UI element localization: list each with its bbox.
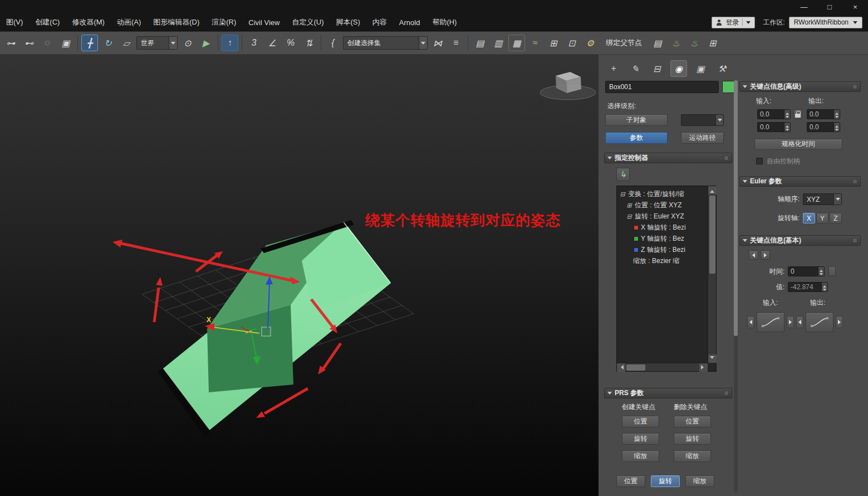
command-panel-scrollbar[interactable] [734, 80, 738, 493]
collapse-icon[interactable]: ⊟ [619, 191, 626, 198]
time-spinner[interactable]: 0 [788, 266, 825, 276]
curve-editor-icon[interactable]: ≈ [527, 35, 543, 51]
tab-create[interactable]: + [605, 60, 622, 77]
normalize-time-button[interactable]: 规格化时间 [754, 139, 842, 150]
dope-sheet-icon[interactable]: ⊞ [545, 35, 562, 51]
ribbon-toggle-icon[interactable]: ▦ [508, 35, 525, 51]
tab-utilities[interactable]: ⚒ [714, 60, 730, 77]
rotation-axis-x-button[interactable]: X [803, 213, 815, 223]
minimize-button[interactable]: — [791, 0, 817, 13]
next-key-button[interactable] [761, 250, 770, 260]
rotation-axis-y-button[interactable]: Y [816, 213, 828, 223]
tree-item-z-rotation[interactable]: Z 轴旋转 : Bezi [617, 244, 707, 255]
angle-snap-icon[interactable]: ∠ [264, 35, 281, 51]
axis-order-select[interactable]: XYZ [803, 193, 842, 205]
scroll-left-icon[interactable] [617, 363, 625, 372]
render-teapot-icon[interactable]: ♨ [686, 35, 703, 51]
scrollbar-thumb[interactable] [709, 196, 715, 274]
spinner-arrows-icon[interactable] [821, 283, 827, 291]
euler-rollout-header[interactable]: Euler 参数 [739, 176, 861, 187]
create-rotation-key-button[interactable]: 旋转 [622, 433, 659, 445]
key-info-basic-header[interactable]: 关键点信息(基本) [739, 235, 861, 246]
window-crossing-icon[interactable]: ▣ [57, 35, 74, 51]
rotation-mode-button[interactable]: 旋转 [651, 475, 680, 487]
tree-item-position[interactable]: ⊞ 位置 : 位置 XYZ [617, 200, 707, 211]
controller-tree[interactable]: ⊟ 变换 : 位置/旋转/缩 ⊞ 位置 : 位置 XYZ ⊟ 旋转 : Eule… [616, 186, 717, 372]
place-tool-icon[interactable]: ♨ [668, 35, 684, 51]
menu-help[interactable]: 帮助(H) [426, 13, 463, 31]
use-pivot-center-icon[interactable]: ⊙ [179, 35, 196, 51]
tree-item-rotation[interactable]: ⊟ 旋转 : Euler XYZ [617, 211, 707, 222]
select-and-link-icon[interactable]: ⊶ [2, 35, 19, 51]
delete-scale-key-button[interactable]: 缩放 [674, 450, 711, 462]
delete-position-key-button[interactable]: 位置 [674, 416, 711, 427]
named-selection-sets-icon[interactable]: { [325, 35, 341, 51]
object-name-field[interactable]: Box001 [605, 81, 719, 93]
align-icon[interactable]: ≡ [448, 35, 464, 51]
scrollbar-thumb[interactable] [626, 364, 645, 371]
quad-grid-icon[interactable]: ⊞ [704, 35, 721, 51]
menu-create[interactable]: 创建(C) [29, 13, 66, 31]
sub-object-level-select[interactable] [681, 114, 724, 126]
scrollbar-thumb[interactable] [734, 80, 738, 336]
scroll-up-icon[interactable] [708, 186, 717, 194]
tree-item-x-rotation[interactable]: X 轴旋转 : Bezi [617, 222, 707, 233]
select-and-move-icon[interactable]: ╋ [81, 35, 98, 51]
select-and-scale-icon[interactable]: ▱ [118, 35, 135, 51]
spinner-arrows-icon[interactable] [784, 110, 790, 119]
spinner-arrows-icon[interactable] [833, 110, 840, 119]
expand-icon[interactable]: ⊞ [626, 202, 632, 209]
scale-mode-button[interactable]: 缩放 [685, 475, 714, 487]
menu-arnold[interactable]: Arnold [393, 13, 426, 31]
out-tangent-length-spinner[interactable]: 0.0 [807, 109, 840, 119]
tree-vertical-scrollbar[interactable] [708, 186, 716, 363]
key-info-advanced-header[interactable]: 关键点信息(高级) [739, 81, 861, 92]
assign-controller-rollout-header[interactable]: 指定控制器 [604, 153, 732, 163]
time-lock-button[interactable] [828, 266, 836, 276]
spinner-arrows-icon[interactable] [784, 123, 790, 132]
copy-in-to-out-button[interactable] [787, 316, 794, 328]
motion-paths-button[interactable]: 运动路径 [681, 132, 724, 144]
spinner-arrows-icon[interactable] [818, 267, 824, 276]
value-spinner[interactable]: -42.874 [788, 282, 828, 292]
layer-explorer-icon[interactable]: ▥ [490, 35, 507, 51]
named-selection-set-select[interactable]: 创建选择集 [343, 36, 428, 50]
select-and-manipulate-icon[interactable]: ▶ [198, 35, 214, 51]
clipboard-icon[interactable]: ▤ [649, 35, 666, 51]
maximize-button[interactable]: □ [817, 0, 842, 13]
mirror-icon[interactable]: ⋈ [429, 35, 446, 51]
container-tools-icon[interactable]: ⚙ [582, 35, 599, 51]
snaps-toggle-icon[interactable]: 3 [246, 35, 262, 51]
in-tangent-flyout-left-button[interactable] [747, 316, 754, 328]
lock-tangents-button[interactable] [793, 109, 802, 119]
spinner-snap-icon[interactable]: ⇅ [301, 35, 317, 51]
in-tangent-length-spinner[interactable]: 0.0 [757, 109, 791, 119]
delete-rotation-key-button[interactable]: 旋转 [674, 433, 711, 445]
out-value-spinner[interactable]: 0.0 [807, 122, 840, 132]
reference-coordinate-select[interactable]: 世界 [136, 36, 178, 50]
menu-scripting[interactable]: 脚本(S) [330, 13, 366, 31]
workspace-select[interactable]: RWorkWithRibbon [789, 17, 862, 28]
viewport[interactable]: X [0, 55, 599, 496]
tree-horizontal-scrollbar[interactable] [617, 363, 708, 371]
position-mode-button[interactable]: 位置 [616, 475, 645, 487]
login-button[interactable]: 登录 [712, 17, 755, 28]
parameters-button[interactable]: 参数 [605, 132, 668, 144]
prs-rollout-header[interactable]: PRS 参数 [604, 388, 732, 398]
previous-key-button[interactable] [749, 250, 758, 260]
menu-rendering[interactable]: 渲染(R) [205, 13, 242, 31]
create-position-key-button[interactable]: 位置 [622, 416, 659, 427]
in-tangent-type-button[interactable] [757, 312, 784, 332]
tree-item-scale[interactable]: 缩放 : Bezier 缩 [617, 255, 707, 266]
out-tangent-type-button[interactable] [806, 312, 833, 332]
scene-explorer-icon[interactable]: ▤ [472, 35, 488, 51]
collapse-icon[interactable]: ⊟ [626, 213, 632, 220]
close-button[interactable]: × [842, 0, 868, 13]
tab-display[interactable]: ▣ [692, 60, 709, 77]
menu-graph-editors[interactable]: 图形编辑器(D) [147, 13, 205, 31]
assign-controller-button[interactable]: ↳ [616, 168, 630, 181]
object-color-swatch[interactable] [722, 81, 734, 93]
menu-modifiers[interactable]: 修改器(M) [66, 13, 111, 31]
viewcube[interactable] [540, 72, 596, 100]
out-tangent-flyout-right-button[interactable] [836, 316, 843, 328]
